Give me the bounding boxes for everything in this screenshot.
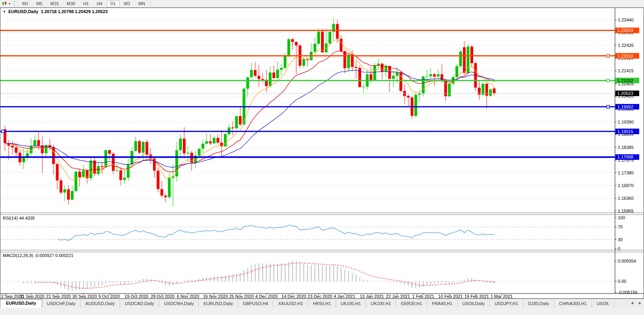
symbol-tab-usdcad-daily[interactable]: USDCAD,Daily — [120, 300, 159, 308]
svg-text:1.18385: 1.18385 — [618, 145, 634, 150]
symbol-tab-gbpusd-h4[interactable]: GBPUSD,H4 — [238, 300, 273, 308]
scroll-tabs-right-icon[interactable]: ► — [637, 300, 643, 305]
timeframe-button-d1[interactable]: D1 — [107, 0, 120, 7]
svg-text:6 Nov 2020: 6 Nov 2020 — [177, 294, 199, 298]
symbol-tab-uk100-h1[interactable]: UK100,H1 — [336, 300, 366, 308]
symbol-tab-usdcnh-daily[interactable]: USDCNH,Daily — [159, 300, 199, 308]
svg-text:1.20523: 1.20523 — [617, 91, 633, 96]
symbol-tab-fra40-h1[interactable]: FRA40,H1 — [427, 300, 457, 308]
svg-text:30: 30 — [618, 237, 623, 242]
svg-text:9 Oct 2020: 9 Oct 2020 — [99, 294, 120, 298]
symbol-tab-eurusd-daily[interactable]: EURUSD,Daily — [0, 299, 42, 308]
timeframe-button-m1[interactable]: M1 — [19, 0, 32, 7]
symbol-tab-usdchf-daily[interactable]: USDCHF,Daily — [42, 300, 81, 308]
svg-text:1.16870: 1.16870 — [618, 183, 634, 188]
timeframe-button-h4[interactable]: H4 — [93, 0, 106, 7]
svg-text:14 Dec 2020: 14 Dec 2020 — [281, 294, 306, 298]
svg-text:1.21032: 1.21032 — [617, 78, 633, 83]
svg-text:1.23440: 1.23440 — [618, 17, 634, 22]
chart-ohlc-values: 1.20718 1.20798 1.20429 1.20523 — [41, 9, 108, 14]
chart-window: ▼ EURUSD,Daily 1.20718 1.20798 1.20429 1… — [0, 8, 644, 299]
hline-handle[interactable] — [607, 79, 609, 82]
timeframe-buttons: M1M5M15M30H1H4D1W1MN — [18, 0, 149, 7]
svg-text:1 Feb 2021: 1 Feb 2021 — [412, 294, 434, 298]
macd-label: MACD(12,26,9) -0.000927 0.000221 — [3, 253, 73, 258]
timeframe-button-w1[interactable]: W1 — [120, 0, 134, 7]
svg-text:1 Mar 2021: 1 Mar 2021 — [491, 294, 513, 298]
svg-text:30 Sep 2020: 30 Sep 2020 — [72, 294, 97, 298]
chart-symbol-label: EURUSD,Daily — [8, 9, 39, 14]
rsi-label: RSI(14) 44.4335 — [3, 216, 35, 220]
chart-type-button[interactable]: ▾ — [0, 0, 12, 7]
timeframe-button-m15[interactable]: M15 — [47, 0, 62, 7]
symbol-tab-dj30-daily[interactable]: DJ30,Daily — [523, 300, 554, 308]
svg-text:1.22010: 1.22010 — [617, 54, 633, 58]
toolbar-grip[interactable] — [14, 1, 17, 6]
svg-text:100: 100 — [618, 215, 625, 220]
chevron-down-icon: ▾ — [9, 2, 10, 6]
svg-text:70: 70 — [618, 224, 623, 229]
symbol-tab-ger30-h1[interactable]: GER30,H1 — [396, 300, 427, 308]
hline-handle[interactable] — [2, 130, 4, 133]
svg-text:21 Sep 2020: 21 Sep 2020 — [46, 294, 71, 298]
svg-text:1.19015: 1.19015 — [617, 129, 633, 134]
svg-text:4 Jan 2021: 4 Jan 2021 — [334, 294, 355, 298]
svg-text:28 Oct 2020: 28 Oct 2020 — [151, 294, 174, 298]
collapse-chart-icon[interactable]: ▼ — [3, 10, 6, 14]
tab-scroll-arrows: ◄ ► — [629, 300, 643, 305]
symbol-tab-xauusd-h1[interactable]: XAUUSD,H1 — [273, 300, 308, 308]
svg-text:25 Nov 2020: 25 Nov 2020 — [229, 294, 254, 298]
symbol-tab-usoil-daily[interactable]: USOil,Daily — [458, 300, 490, 308]
svg-text:0.009354: 0.009354 — [618, 259, 636, 263]
timeframe-button-m30[interactable]: M30 — [63, 0, 79, 7]
symbol-tab-hk50-h1[interactable]: HK50,H1 — [308, 300, 336, 308]
svg-text:1.23019: 1.23019 — [617, 28, 633, 33]
svg-text:1.15865: 1.15865 — [618, 209, 634, 213]
svg-text:11 Sep 2020: 11 Sep 2020 — [20, 294, 44, 298]
toolbar: ▾ M1M5M15M30H1H4D1W1MN — [0, 0, 644, 8]
symbol-tab-eurusd-daily[interactable]: EURUSD,Daily — [199, 300, 238, 308]
svg-text:0.00: 0.00 — [618, 279, 626, 284]
hline-handle[interactable] — [607, 105, 609, 108]
symbol-tab-china300-h1[interactable]: CHINA300,H1 — [554, 300, 592, 308]
price-chart-canvas[interactable]: 1.234401.229301.224351.219251.214151.209… — [0, 8, 644, 298]
svg-text:10 Feb 2021: 10 Feb 2021 — [438, 294, 463, 298]
svg-text:16 Nov 2020: 16 Nov 2020 — [203, 294, 228, 298]
chart-tabs-bar: EURUSD,DailyUSDCHF,DailyAUDUSD,DailyUSDC… — [0, 299, 644, 308]
svg-text:1.16360: 1.16360 — [618, 196, 634, 201]
svg-text:1.17998: 1.17998 — [617, 155, 633, 159]
svg-text:23 Dec 2020: 23 Dec 2020 — [307, 294, 332, 298]
svg-text:-0.005156: -0.005156 — [618, 290, 638, 295]
timeframe-button-h1[interactable]: H1 — [79, 0, 92, 7]
toolbar-separator — [151, 1, 151, 6]
chart-tabs: EURUSD,DailyUSDCHF,DailyAUDUSD,DailyUSDC… — [0, 299, 615, 308]
svg-text:4 Dec 2020: 4 Dec 2020 — [255, 294, 278, 298]
svg-text:1.21415: 1.21415 — [618, 68, 634, 73]
svg-text:19 Oct 2020: 19 Oct 2020 — [125, 294, 149, 298]
svg-text:13 Jan 2021: 13 Jan 2021 — [360, 294, 384, 298]
svg-text:22 Jan 2021: 22 Jan 2021 — [386, 294, 410, 298]
svg-text:1.17380: 1.17380 — [618, 170, 634, 175]
hline-handle[interactable] — [607, 54, 609, 57]
candlestick-chart-icon — [2, 1, 8, 6]
scroll-tabs-left-icon[interactable]: ◄ — [629, 300, 635, 305]
svg-text:1.22435: 1.22435 — [618, 43, 634, 48]
svg-text:1.19390: 1.19390 — [618, 120, 634, 124]
svg-text:19 Feb 2021: 19 Feb 2021 — [464, 294, 489, 298]
symbol-tab-usoil[interactable]: USOil, — [592, 300, 615, 308]
timeframe-button-mn[interactable]: MN — [135, 0, 149, 7]
symbol-tab-audusd-daily[interactable]: AUDUSD,Daily — [81, 300, 120, 308]
svg-text:0: 0 — [618, 246, 620, 251]
chart-title: ▼ EURUSD,Daily 1.20718 1.20798 1.20429 1… — [3, 9, 108, 14]
svg-text:1.19992: 1.19992 — [617, 104, 633, 109]
symbol-tab-uk100-h1[interactable]: UK100,H1 — [366, 300, 396, 308]
symbol-tab-usdjpy-h1[interactable]: USDJPY,H1 — [490, 300, 523, 308]
status-bar — [0, 308, 644, 315]
timeframe-button-m5[interactable]: M5 — [33, 0, 46, 7]
mt4-app: ▾ M1M5M15M30H1H4D1W1MN ▼ EURUSD,Daily 1.… — [0, 0, 644, 315]
